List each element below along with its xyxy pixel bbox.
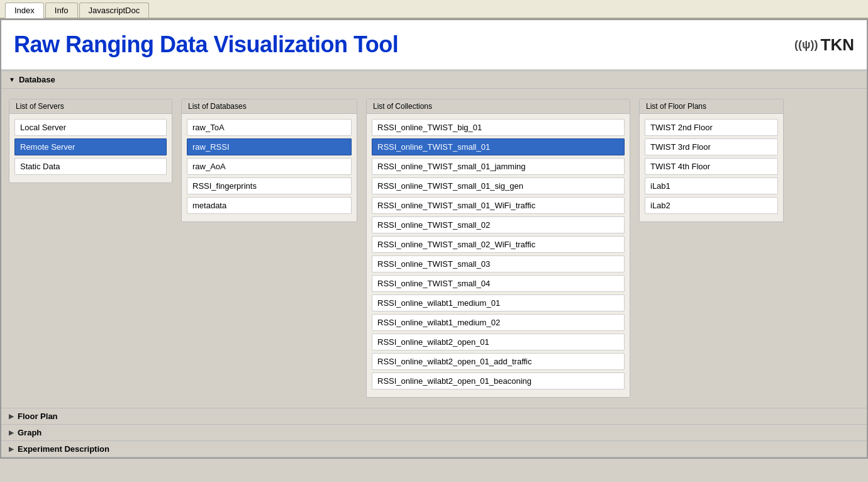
floorplan-arrow-icon: ▶ [9, 413, 14, 420]
experiment-section-label: Experiment Description [18, 444, 109, 454]
fp-item-3[interactable]: iLab1 [645, 177, 778, 194]
logo-signal-icon: ((ψ)) [794, 38, 818, 52]
server-item-static[interactable]: Static Data [14, 158, 167, 175]
bottom-section-floorplan-header[interactable]: ▶ Floor Plan [1, 408, 867, 424]
graph-arrow-icon: ▶ [9, 429, 14, 436]
col-item-6[interactable]: RSSI_online_TWIST_small_02_WiFi_traffic [372, 236, 625, 253]
col-item-3[interactable]: RSSI_online_TWIST_small_01_sig_gen [372, 177, 625, 194]
database-section-header[interactable]: ▼ Database [1, 71, 867, 89]
bottom-section-graph: ▶ Graph [1, 425, 867, 441]
experiment-arrow-icon: ▶ [9, 446, 14, 452]
col-item-1[interactable]: RSSI_online_TWIST_small_01 [372, 138, 625, 155]
database-section-body: List of Servers Local Server Remote Serv… [1, 89, 867, 408]
bottom-section-experiment: ▶ Experiment Description [1, 441, 867, 457]
db-item-toa[interactable]: raw_ToA [187, 119, 352, 136]
bottom-sections: ▶ Floor Plan ▶ Graph ▶ Experiment Descri… [1, 408, 867, 457]
page-title: Raw Ranging Data Visualization Tool [14, 31, 398, 58]
floorplans-panel-header: List of Floor Plans [640, 99, 783, 114]
db-item-aoa[interactable]: raw_AoA [187, 158, 352, 175]
db-item-fingerprints[interactable]: RSSI_fingerprints [187, 177, 352, 194]
database-section-label: Database [19, 75, 55, 84]
col-item-5[interactable]: RSSI_online_TWIST_small_02 [372, 216, 625, 233]
col-item-7[interactable]: RSSI_online_TWIST_small_03 [372, 255, 625, 272]
col-item-8[interactable]: RSSI_online_TWIST_small_04 [372, 275, 625, 292]
tab-bar: Index Info JavascriptDoc [0, 0, 868, 19]
col-item-12[interactable]: RSSI_online_wilabt2_open_01_add_traffic [372, 353, 625, 370]
fp-item-0[interactable]: TWIST 2nd Floor [645, 119, 778, 136]
servers-panel: List of Servers Local Server Remote Serv… [9, 99, 172, 183]
col-item-2[interactable]: RSSI_online_TWIST_small_01_jamming [372, 158, 625, 175]
fp-item-4[interactable]: iLab2 [645, 197, 778, 214]
col-item-9[interactable]: RSSI_online_wilabt1_medium_01 [372, 294, 625, 311]
floorplans-panel: List of Floor Plans TWIST 2nd Floor TWIS… [639, 99, 784, 222]
bottom-section-floorplan: ▶ Floor Plan [1, 408, 867, 425]
servers-panel-body[interactable]: Local Server Remote Server Static Data [9, 114, 172, 182]
header: Raw Ranging Data Visualization Tool ((ψ)… [1, 20, 867, 70]
fp-item-1[interactable]: TWIST 3rd Floor [645, 138, 778, 155]
databases-panel: List of Databases raw_ToA raw_RSSI raw_A… [181, 99, 357, 222]
col-item-10[interactable]: RSSI_online_wilabt1_medium_02 [372, 314, 625, 331]
tab-info[interactable]: Info [45, 3, 78, 18]
graph-section-label: Graph [18, 428, 42, 437]
db-item-rssi[interactable]: raw_RSSI [187, 138, 352, 155]
collections-panel: List of Collections RSSI_online_TWIST_bi… [366, 99, 630, 398]
logo-text: TKN [821, 35, 854, 55]
servers-panel-header: List of Servers [9, 99, 172, 114]
tab-javascriptdoc[interactable]: JavascriptDoc [79, 3, 150, 18]
panels-row: List of Servers Local Server Remote Serv… [9, 99, 859, 398]
databases-panel-header: List of Databases [182, 99, 357, 114]
bottom-section-graph-header[interactable]: ▶ Graph [1, 425, 867, 440]
fp-item-2[interactable]: TWIST 4th Floor [645, 158, 778, 175]
database-section: ▼ Database List of Servers Local Server … [1, 70, 867, 408]
collections-panel-body[interactable]: RSSI_online_TWIST_big_01 RSSI_online_TWI… [367, 114, 630, 397]
bottom-section-experiment-header[interactable]: ▶ Experiment Description [1, 441, 867, 457]
database-collapse-arrow: ▼ [9, 76, 15, 83]
col-item-4[interactable]: RSSI_online_TWIST_small_01_WiFi_traffic [372, 197, 625, 214]
col-item-0[interactable]: RSSI_online_TWIST_big_01 [372, 119, 625, 136]
tab-index[interactable]: Index [5, 3, 44, 18]
floorplan-section-label: Floor Plan [18, 412, 58, 421]
logo: ((ψ)) TKN [794, 35, 854, 55]
databases-panel-body[interactable]: raw_ToA raw_RSSI raw_AoA RSSI_fingerprin… [182, 114, 357, 221]
server-item-remote[interactable]: Remote Server [14, 138, 167, 155]
floorplans-panel-body[interactable]: TWIST 2nd Floor TWIST 3rd Floor TWIST 4t… [640, 114, 783, 221]
col-item-11[interactable]: RSSI_online_wilabt2_open_01 [372, 333, 625, 350]
collections-panel-header: List of Collections [367, 99, 630, 114]
col-item-13[interactable]: RSSI_online_wilabt2_open_01_beaconing [372, 373, 625, 390]
db-item-metadata[interactable]: metadata [187, 197, 352, 214]
server-item-local[interactable]: Local Server [14, 119, 167, 136]
